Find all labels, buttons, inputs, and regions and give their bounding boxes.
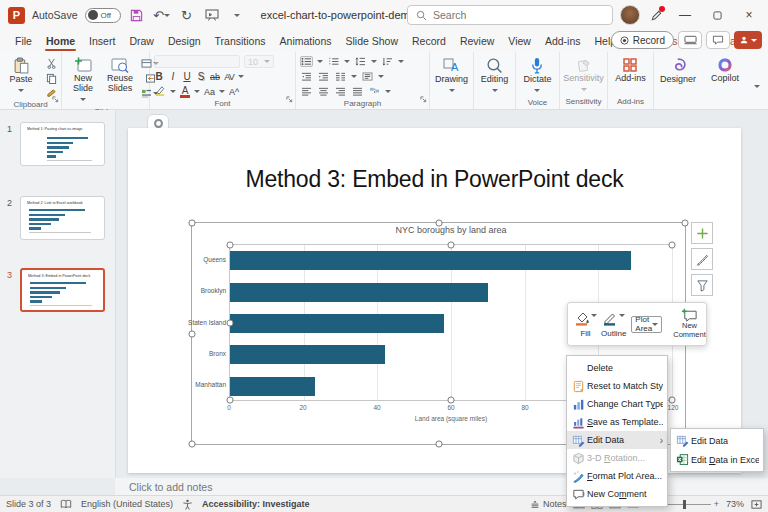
selection-handle[interactable] [227, 319, 234, 326]
powerpoint-logo-icon[interactable]: P [8, 7, 25, 24]
chart-bar-manhattan[interactable] [230, 377, 315, 396]
chart-bar-queens[interactable] [230, 251, 631, 270]
comments-button[interactable] [706, 31, 730, 49]
character-spacing-icon[interactable]: AV [224, 72, 234, 82]
fit-to-window-icon[interactable] [751, 499, 762, 510]
zoom-level[interactable]: 73% [726, 499, 744, 509]
chart-styles-button[interactable] [691, 248, 713, 270]
quick-access-chevron-icon[interactable] [228, 6, 246, 24]
redo-icon[interactable]: ↻ [178, 6, 196, 24]
underline-icon[interactable]: U [182, 71, 192, 82]
bullets-icon[interactable] [300, 56, 313, 67]
chart-element-selector[interactable]: Plot Area [631, 316, 662, 333]
selection-handle[interactable] [682, 220, 689, 227]
clipboard-dialog-launcher-icon[interactable] [52, 89, 59, 107]
selection-handle[interactable] [227, 397, 234, 404]
justify-icon[interactable] [351, 86, 364, 97]
chart-bar-staten-island[interactable] [230, 314, 444, 333]
tab-home[interactable]: Home [39, 32, 82, 50]
slide-thumbnail-3-selected[interactable]: 3 Method 3: Embed in PowerPoint deck [20, 268, 105, 312]
dictate-button[interactable]: Dictate [520, 55, 554, 97]
selection-handle[interactable] [227, 242, 234, 249]
chart-filters-button[interactable] [691, 274, 713, 296]
menu-item-format-plot-area[interactable]: Format Plot Area... [567, 467, 667, 485]
text-direction-icon[interactable] [361, 71, 374, 82]
search-bar[interactable] [407, 5, 613, 25]
chart-bar-bronx[interactable] [230, 345, 385, 364]
submenu-item-edit-data-in-excel[interactable]: Edit Data in Excel [671, 450, 763, 469]
grow-font-icon[interactable]: A^ [229, 87, 239, 97]
zoom-in-icon[interactable]: + [714, 499, 719, 509]
share-button[interactable] [734, 31, 762, 49]
tab-transitions[interactable]: Transitions [208, 32, 273, 50]
line-spacing-icon[interactable] [354, 56, 367, 67]
minimize-button[interactable]: — [672, 4, 698, 26]
bold-icon[interactable]: B [154, 71, 164, 82]
close-button[interactable]: × [736, 4, 762, 26]
tab-add-ins[interactable]: Add-ins [538, 32, 588, 50]
accessibility-status[interactable]: Accessibility: Investigate [202, 499, 310, 509]
slide-thumbnail-1[interactable]: 1 Method 1: Pasting chart as image [20, 122, 105, 166]
selection-handle[interactable] [189, 441, 196, 448]
search-input[interactable] [433, 9, 583, 21]
selection-handle[interactable] [189, 330, 196, 337]
menu-item-save-as-template[interactable]: Save as Template... [567, 413, 667, 431]
tab-draw[interactable]: Draw [122, 32, 161, 50]
selection-handle[interactable] [435, 441, 442, 448]
spacing-chevron-icon[interactable] [238, 75, 244, 81]
text-shadow-icon[interactable]: S [196, 71, 206, 82]
decrease-indent-icon[interactable] [300, 71, 313, 82]
record-button[interactable]: Record [611, 31, 674, 49]
columns-icon[interactable] [334, 71, 347, 82]
menu-item-change-chart-type[interactable]: Change Chart Type... [567, 395, 667, 413]
selection-handle[interactable] [189, 220, 196, 227]
sort-icon[interactable] [381, 56, 394, 67]
slide-title[interactable]: Method 3: Embed in PowerPoint deck [128, 166, 741, 193]
font-name-combobox[interactable] [154, 55, 240, 68]
notes-pane[interactable]: Click to add notes [115, 478, 768, 495]
selection-handle[interactable] [435, 220, 442, 227]
slide-thumbnail-2[interactable]: 2 Method 2: Link to Excel workbook [20, 196, 105, 240]
convert-smartart-icon[interactable] [368, 86, 381, 97]
tab-design[interactable]: Design [161, 32, 208, 50]
copy-icon[interactable] [41, 72, 61, 84]
tab-file[interactable]: File [8, 32, 39, 50]
tab-animations[interactable]: Animations [273, 32, 339, 50]
align-center-icon[interactable] [317, 86, 330, 97]
autosave-toggle[interactable]: Off [85, 8, 121, 23]
menu-item-reset-to-match-style[interactable]: Reset to Match Style [567, 377, 667, 395]
editor-pen-icon[interactable] [646, 5, 666, 25]
menu-item-delete[interactable]: Delete [567, 359, 667, 377]
editing-button[interactable]: Editing [478, 55, 512, 109]
outline-button[interactable]: Outline [599, 310, 628, 339]
tab-insert[interactable]: Insert [82, 32, 122, 50]
increase-indent-icon[interactable] [317, 71, 330, 82]
align-left-icon[interactable] [300, 86, 313, 97]
start-slideshow-icon[interactable] [203, 6, 221, 24]
align-right-icon[interactable] [334, 86, 347, 97]
change-case-icon[interactable]: Aa [204, 87, 215, 97]
language-indicator[interactable]: English (United States) [81, 499, 173, 509]
chart-bar-brooklyn[interactable] [230, 283, 488, 302]
numbering-icon[interactable] [327, 56, 340, 67]
selection-handle[interactable] [669, 242, 676, 249]
menu-item-new-comment[interactable]: New Comment [567, 485, 667, 503]
submenu-item-edit-data[interactable]: Edit Data [671, 431, 763, 450]
present-in-teams-button[interactable] [678, 31, 702, 49]
addins-button[interactable]: Add-ins [612, 55, 649, 96]
font-color-icon[interactable]: A [180, 86, 190, 98]
menu-item-edit-data[interactable]: Edit Data› [567, 431, 667, 449]
spellcheck-book-icon[interactable] [60, 499, 72, 509]
tab-review[interactable]: Review [453, 32, 501, 50]
collapse-ribbon-icon[interactable] [754, 88, 760, 106]
italic-icon[interactable]: I [168, 71, 178, 82]
tab-view[interactable]: View [501, 32, 538, 50]
maximize-button[interactable] [704, 4, 730, 26]
drawing-button[interactable]: A Drawing [434, 55, 469, 109]
save-icon[interactable] [128, 6, 146, 24]
reuse-slides-button[interactable]: Reuse Slides [103, 55, 137, 106]
font-size-combobox[interactable]: 10 [244, 55, 274, 68]
selection-handle[interactable] [448, 242, 455, 249]
new-slide-button[interactable]: New Slide [66, 55, 100, 106]
chart-title[interactable]: NYC boroughs by land area [229, 225, 673, 235]
